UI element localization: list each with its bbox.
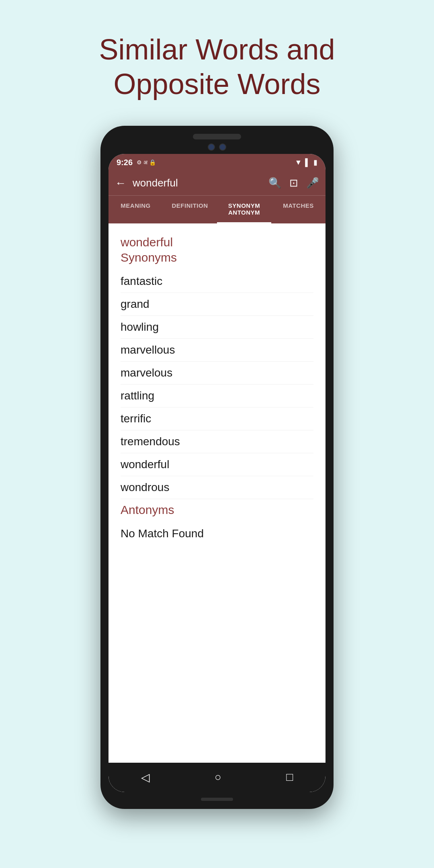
status-time: 9:26 (117, 158, 133, 167)
content-area: wonderful Synonyms fantastic grand howli… (108, 223, 326, 763)
synonym-marvelous[interactable]: marvelous (121, 362, 313, 385)
word-heading: wonderful (121, 235, 313, 249)
tab-synonym-antonym[interactable]: SYNONYM ANTONYM (217, 196, 271, 223)
status-right: ▼ ▌ ▮ (295, 158, 317, 167)
synonym-rattling[interactable]: rattling (121, 385, 313, 407)
search-bar: ← wonderful 🔍 ⊡ 🎤 (108, 171, 326, 195)
synonym-tremendous[interactable]: tremendous (121, 430, 313, 453)
scan-icon[interactable]: ⊡ (289, 177, 298, 189)
phone-chin (201, 798, 233, 801)
camera-left (208, 143, 215, 151)
back-button[interactable]: ← (115, 177, 126, 190)
synonyms-heading: Synonyms (121, 251, 313, 264)
no-match-text: No Match Found (121, 522, 313, 545)
tabs: MEANING DEFINITION SYNONYM ANTONYM MATCH… (108, 195, 326, 223)
synonym-howling[interactable]: howling (121, 316, 313, 339)
synonyms-list: fantastic grand howling marvellous marve… (121, 270, 313, 499)
nav-recent-button[interactable]: □ (286, 771, 293, 784)
tab-definition[interactable]: DEFINITION (163, 196, 217, 223)
page-title: Similar Words and Opposite Words (75, 32, 359, 102)
signal-icon: ▌ (305, 158, 310, 167)
tab-matches[interactable]: MATCHES (271, 196, 326, 223)
nav-back-button[interactable]: ◁ (141, 771, 150, 784)
phone-speaker (193, 134, 241, 139)
wifi-icon: ▼ (295, 158, 302, 167)
antonyms-heading: Antonyms (121, 503, 313, 517)
synonym-grand[interactable]: grand (121, 293, 313, 316)
mic-icon[interactable]: 🎤 (306, 177, 319, 189)
synonym-marvellous[interactable]: marvellous (121, 339, 313, 362)
status-icons: ⚙ अ 🔒 (137, 159, 156, 166)
synonym-fantastic[interactable]: fantastic (121, 270, 313, 293)
battery-icon: ▮ (313, 158, 317, 167)
synonym-terrific[interactable]: terrific (121, 407, 313, 430)
search-icon[interactable]: 🔍 (268, 177, 281, 189)
tab-meaning[interactable]: MEANING (108, 196, 163, 223)
nav-home-button[interactable]: ○ (215, 771, 221, 784)
bottom-nav: ◁ ○ □ (108, 763, 326, 792)
synonym-wondrous[interactable]: wondrous (121, 476, 313, 499)
phone-cameras (108, 143, 326, 151)
status-left: 9:26 ⚙ अ 🔒 (117, 158, 156, 167)
status-bar: 9:26 ⚙ अ 🔒 ▼ ▌ ▮ (108, 154, 326, 171)
search-action-icons: 🔍 ⊡ 🎤 (268, 177, 319, 189)
camera-right (219, 143, 226, 151)
search-query[interactable]: wonderful (133, 177, 262, 189)
synonym-wonderful[interactable]: wonderful (121, 453, 313, 476)
antonyms-section: Antonyms No Match Found (121, 503, 313, 545)
phone-screen: 9:26 ⚙ अ 🔒 ▼ ▌ ▮ ← wonderful 🔍 ⊡ 🎤 MEANI… (108, 154, 326, 792)
phone-frame: 9:26 ⚙ अ 🔒 ▼ ▌ ▮ ← wonderful 🔍 ⊡ 🎤 MEANI… (100, 126, 334, 809)
